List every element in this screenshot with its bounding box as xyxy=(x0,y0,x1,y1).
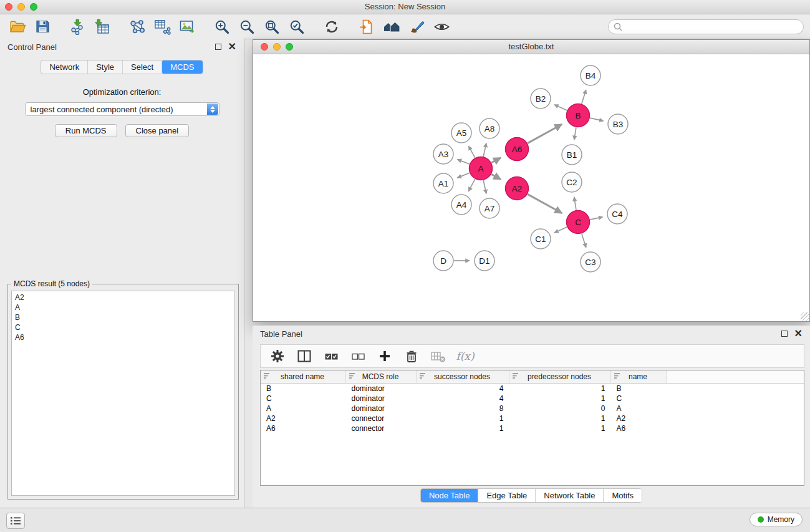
table-tab-network-table[interactable]: Network Table xyxy=(535,489,603,502)
table-cell[interactable]: 1 xyxy=(509,394,611,404)
search-input[interactable] xyxy=(625,22,798,32)
table-cell[interactable]: 1 xyxy=(417,423,509,433)
show-hide-button[interactable] xyxy=(429,16,454,37)
network-minimize-button[interactable] xyxy=(273,43,281,51)
delete-column-button[interactable] xyxy=(403,348,420,364)
close-panel-icon[interactable]: ✕ xyxy=(228,43,236,51)
control-tab-select[interactable]: Select xyxy=(122,60,162,74)
column-header-shared-name[interactable]: shared name xyxy=(261,370,346,384)
edge-C-C3[interactable] xyxy=(582,234,586,248)
refresh-layout-button[interactable] xyxy=(319,16,344,37)
import-table-button[interactable] xyxy=(90,16,115,37)
table-cell[interactable]: A6 xyxy=(611,423,667,433)
table-cell[interactable]: 4 xyxy=(417,384,509,394)
table-cell[interactable]: B xyxy=(261,384,346,394)
edge-A-A3[interactable] xyxy=(457,160,469,164)
network-maximize-button[interactable] xyxy=(286,43,293,51)
table-tab-motifs[interactable]: Motifs xyxy=(603,489,642,502)
command-document-button[interactable] xyxy=(354,16,379,37)
table-cell[interactable]: A2 xyxy=(611,414,667,423)
table-cell[interactable]: 1 xyxy=(417,414,509,423)
node-B2[interactable]: B2 xyxy=(531,89,551,109)
node-D1[interactable]: D1 xyxy=(475,251,494,271)
column-header-predecessor-nodes[interactable]: predecessor nodes xyxy=(509,370,611,384)
edge-B-B1[interactable] xyxy=(574,127,576,140)
add-column-button[interactable] xyxy=(377,348,393,364)
float-table-panel-icon[interactable] xyxy=(781,331,788,337)
edge-A2-C[interactable] xyxy=(528,194,562,213)
table-cell[interactable]: dominator xyxy=(346,394,417,404)
open-session-button[interactable] xyxy=(5,16,30,37)
table-cell[interactable]: dominator xyxy=(346,404,417,414)
table-cell[interactable]: 8 xyxy=(417,404,509,414)
table-cell[interactable]: 1 xyxy=(509,414,611,423)
table-cell[interactable]: connector xyxy=(346,414,417,423)
mcds-result-item[interactable]: B xyxy=(15,312,231,322)
node-A2[interactable]: A2 xyxy=(506,177,529,200)
mcds-result-item[interactable]: A xyxy=(15,302,231,312)
node-C2[interactable]: C2 xyxy=(562,172,582,192)
select-all-button[interactable] xyxy=(323,348,339,364)
edge-C-C4[interactable] xyxy=(590,217,602,220)
optimization-dropdown[interactable]: largest connected component (directed) xyxy=(25,102,219,116)
node-B1[interactable]: B1 xyxy=(562,145,582,165)
edge-C-C1[interactable] xyxy=(554,227,567,233)
table-cell[interactable]: 1 xyxy=(509,423,611,433)
export-image-button[interactable] xyxy=(175,16,200,37)
table-cell[interactable]: C xyxy=(261,394,346,404)
table-row[interactable]: Cdominator41C xyxy=(261,394,804,404)
zoom-in-button[interactable] xyxy=(210,16,234,37)
node-B3[interactable]: B3 xyxy=(608,114,628,134)
column-header-MCDS-role[interactable]: MCDS role xyxy=(346,370,417,384)
import-network-button[interactable] xyxy=(65,16,90,37)
new-network-button[interactable] xyxy=(125,16,150,37)
table-row[interactable]: Adominator80A xyxy=(261,404,804,414)
column-header-successor-nodes[interactable]: successor nodes xyxy=(417,370,509,384)
zoom-selected-button[interactable] xyxy=(284,16,309,37)
table-cell[interactable]: C xyxy=(611,394,667,404)
table-settings-button[interactable] xyxy=(269,348,286,364)
edge-A-A1[interactable] xyxy=(457,173,470,178)
table-cell[interactable]: B xyxy=(611,384,667,394)
table-cell[interactable]: A2 xyxy=(261,414,346,423)
float-panel-icon[interactable] xyxy=(215,44,221,50)
function-builder-button[interactable]: f(x) xyxy=(457,348,473,364)
table-tab-node-table[interactable]: Node Table xyxy=(421,489,478,502)
save-session-button[interactable] xyxy=(30,16,55,37)
node-A3[interactable]: A3 xyxy=(433,144,453,164)
control-tab-style[interactable]: Style xyxy=(87,60,122,74)
close-panel-button[interactable]: Close panel xyxy=(125,124,190,137)
new-table-button[interactable] xyxy=(150,16,175,37)
table-cell[interactable]: A xyxy=(611,404,667,414)
table-cell[interactable]: 4 xyxy=(417,394,509,404)
node-A4[interactable]: A4 xyxy=(451,195,471,215)
edge-B-B3[interactable] xyxy=(590,118,604,121)
table-cell[interactable]: dominator xyxy=(346,384,417,394)
control-tab-mcds[interactable]: MCDS xyxy=(162,60,202,74)
maximize-window-button[interactable] xyxy=(30,3,37,11)
zoom-fit-button[interactable] xyxy=(259,16,284,37)
edge-A-A7[interactable] xyxy=(483,180,486,194)
node-C1[interactable]: C1 xyxy=(531,229,551,249)
node-C3[interactable]: C3 xyxy=(581,252,600,272)
close-table-panel-icon[interactable]: ✕ xyxy=(794,330,803,337)
mcds-result-item[interactable]: A6 xyxy=(15,332,231,342)
table-cell[interactable]: A6 xyxy=(261,423,346,433)
mcds-result-list[interactable]: A2ABCA6 xyxy=(11,291,235,496)
node-A5[interactable]: A5 xyxy=(451,123,471,143)
node-A8[interactable]: A8 xyxy=(480,118,499,138)
node-A1[interactable]: A1 xyxy=(433,173,453,193)
edge-A-A6[interactable] xyxy=(491,158,501,163)
table-row[interactable]: Bdominator41B xyxy=(261,384,804,394)
table-tab-edge-table[interactable]: Edge Table xyxy=(478,489,535,502)
table-row[interactable]: A2connector11A2 xyxy=(261,414,804,423)
mcds-result-item[interactable]: A2 xyxy=(15,293,231,302)
deselect-all-button[interactable] xyxy=(350,348,366,364)
edge-B-B4[interactable] xyxy=(582,90,586,104)
resize-grip[interactable] xyxy=(801,312,809,321)
edge-A6-B[interactable] xyxy=(528,124,562,143)
node-A6[interactable]: A6 xyxy=(506,138,529,161)
table-cell[interactable]: 0 xyxy=(509,404,611,414)
control-tab-network[interactable]: Network xyxy=(41,60,87,74)
delete-table-button[interactable] xyxy=(430,348,446,364)
